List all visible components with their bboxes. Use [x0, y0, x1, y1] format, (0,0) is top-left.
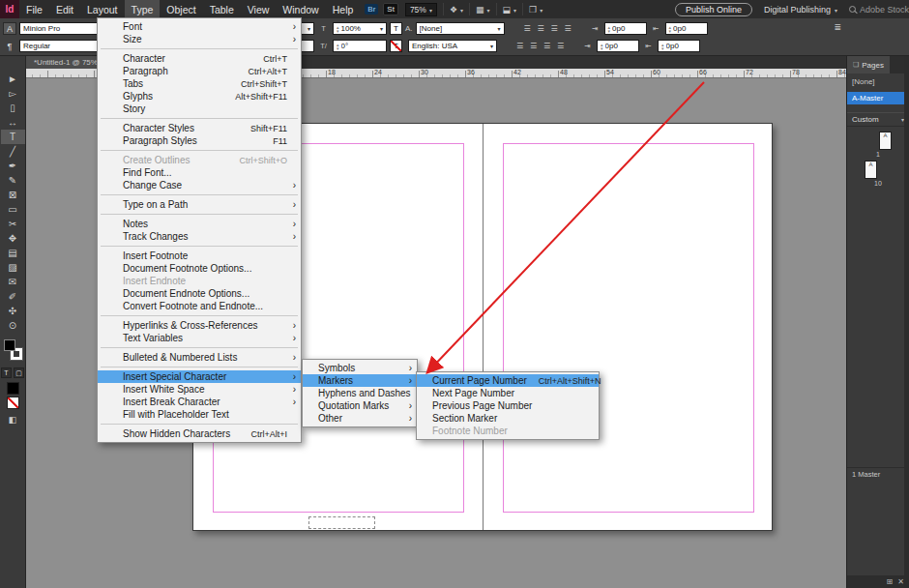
tool-type[interactable]: T: [1, 130, 25, 144]
menu-item[interactable]: Size: [98, 33, 301, 45]
menu-edit[interactable]: Edit: [49, 0, 80, 18]
menu-item[interactable]: Fill with Placeholder Text: [98, 408, 301, 421]
menu-item[interactable]: Character Ctrl+T: [98, 52, 301, 65]
strikethrough-icon[interactable]: T: [390, 40, 402, 52]
workspace-switcher[interactable]: Digital Publishing: [764, 5, 837, 15]
menu-item[interactable]: Insert Footnote: [98, 250, 301, 262]
menu-item[interactable]: Document Endnote Options...: [98, 287, 301, 300]
menu-item[interactable]: Symbols: [303, 362, 417, 374]
menu-item[interactable]: Track Changes: [98, 230, 301, 243]
master-none-item[interactable]: [None]: [847, 75, 909, 88]
bridge-icon[interactable]: Br: [365, 4, 378, 15]
skew-field[interactable]: 0°: [333, 40, 387, 52]
stepper-icon[interactable]: [337, 25, 339, 33]
justify-left-icon[interactable]: ☰: [513, 40, 526, 52]
tool-pen[interactable]: ✒: [1, 159, 25, 173]
menu-item[interactable]: Text Variables: [98, 332, 301, 344]
tool-free-transform[interactable]: ✥: [1, 231, 25, 246]
pages-panel-tab[interactable]: ❏ Pages: [847, 56, 890, 74]
page-thumbnail[interactable]: A A 1: [865, 132, 892, 158]
stock-icon[interactable]: St: [383, 3, 398, 15]
stepper-icon[interactable]: [601, 43, 603, 50]
align-center-icon[interactable]: ☰: [535, 22, 547, 35]
menu-item[interactable]: Section Marker: [417, 412, 599, 425]
stepper-icon[interactable]: [669, 25, 672, 33]
tool-zoom[interactable]: ⊙: [1, 318, 25, 333]
stock-search-field[interactable]: Adobe Stock: [849, 5, 909, 15]
fill-stroke-control[interactable]: [0, 338, 26, 365]
menu-item[interactable]: Markers: [303, 374, 417, 387]
fill-swatch[interactable]: [4, 339, 15, 351]
right-indent-field[interactable]: 0p0: [665, 22, 708, 35]
tool-selection[interactable]: ►: [1, 72, 25, 86]
menu-file[interactable]: File: [19, 0, 49, 18]
formatting-affects-container-icon[interactable]: ▢: [14, 368, 24, 378]
panel-scrollbar[interactable]: [904, 56, 909, 588]
menu-item[interactable]: Paragraph Styles F11: [98, 134, 301, 147]
stepper-icon[interactable]: [661, 43, 664, 50]
master-a-item[interactable]: A-Master: [847, 92, 909, 104]
tool-line[interactable]: ╱: [1, 144, 25, 159]
panel-menu-icon[interactable]: ≣: [834, 22, 841, 32]
menu-item[interactable]: Insert Endnote: [98, 275, 301, 287]
menu-item[interactable]: Hyperlinks & Cross-References: [98, 319, 301, 332]
menu-item[interactable]: Story: [98, 103, 301, 115]
menu-item[interactable]: Other: [303, 412, 417, 425]
menu-item[interactable]: Next Page Number: [417, 387, 599, 399]
character-formatting-mode-button[interactable]: A: [3, 22, 16, 35]
menu-item[interactable]: Font: [98, 20, 301, 33]
menu-item[interactable]: Type on a Path: [98, 198, 301, 211]
align-left-icon[interactable]: ☰: [521, 22, 534, 35]
menu-item[interactable]: Show Hidden Characters Ctrl+Alt+I: [98, 427, 301, 440]
menu-type[interactable]: Type: [125, 0, 161, 18]
superscript-icon[interactable]: T: [390, 22, 402, 35]
menu-table[interactable]: Table: [203, 0, 241, 18]
menu-item[interactable]: Current Page Number Ctrl+Alt+Shift+N: [417, 374, 599, 387]
menu-item[interactable]: Hyphens and Dashes: [303, 387, 417, 399]
tool-hand[interactable]: ✣: [1, 304, 25, 318]
character-style-combo[interactable]: [None]: [416, 22, 505, 35]
publish-online-button[interactable]: Publish Online: [675, 3, 752, 16]
screen-mode-button[interactable]: ◧: [0, 415, 25, 425]
justify-icon[interactable]: ☰: [562, 22, 574, 35]
justify-right-icon[interactable]: ☰: [541, 40, 553, 52]
formatting-affects-text-icon[interactable]: T: [1, 368, 12, 378]
zoom-level-select[interactable]: 75%: [405, 3, 437, 16]
tool-scissors[interactable]: ✂: [1, 217, 25, 231]
tool-gap[interactable]: ↔: [1, 115, 25, 130]
align-right-icon[interactable]: ☰: [548, 22, 561, 35]
delete-page-icon[interactable]: ✕: [897, 577, 904, 586]
first-line-indent-field[interactable]: 0p0: [597, 40, 639, 52]
menu-item[interactable]: Footnote Number: [417, 425, 599, 437]
menu-view[interactable]: View: [241, 0, 277, 18]
menu-object[interactable]: Object: [160, 0, 202, 18]
tool-eyedropper[interactable]: ✐: [1, 289, 25, 304]
tool-note[interactable]: ✉: [1, 275, 25, 289]
last-line-indent-field[interactable]: 0p0: [658, 40, 700, 52]
menu-item[interactable]: Convert Footnote and Endnote...: [98, 300, 301, 312]
text-frame[interactable]: [308, 516, 375, 529]
apply-color-button[interactable]: [7, 382, 19, 395]
arrange-documents-icon[interactable]: ❐: [522, 3, 548, 15]
language-combo[interactable]: English: USA: [408, 40, 497, 52]
menu-item[interactable]: Find Font...: [98, 166, 301, 179]
tool-page[interactable]: ▯: [1, 101, 25, 115]
document-tab[interactable]: *Untitled-1 @ 75%: [26, 56, 105, 69]
menu-item[interactable]: Previous Page Number: [417, 399, 599, 412]
justify-center-icon[interactable]: ☰: [527, 40, 540, 52]
menu-item[interactable]: Insert Special Character: [98, 370, 301, 383]
new-page-icon[interactable]: ⊞: [887, 577, 894, 586]
menu-item[interactable]: Change Case: [98, 179, 301, 191]
menu-window[interactable]: Window: [276, 0, 325, 18]
view-options-icon[interactable]: ▦: [469, 3, 496, 15]
stepper-icon[interactable]: [608, 25, 611, 33]
menu-layout[interactable]: Layout: [80, 0, 125, 18]
menu-item[interactable]: Create Outlines Ctrl+Shift+O: [98, 154, 301, 166]
tool-pencil[interactable]: ✎: [1, 173, 25, 188]
tool-gradient[interactable]: ▤: [1, 246, 25, 260]
page-thumbnail[interactable]: A A 10: [865, 161, 892, 187]
tool-rectangle[interactable]: ▭: [1, 202, 25, 217]
tool-gradient-feather[interactable]: ▨: [1, 260, 25, 275]
menu-item[interactable]: Insert White Space: [98, 383, 301, 396]
tool-rectangle-frame[interactable]: ⊠: [1, 188, 25, 202]
